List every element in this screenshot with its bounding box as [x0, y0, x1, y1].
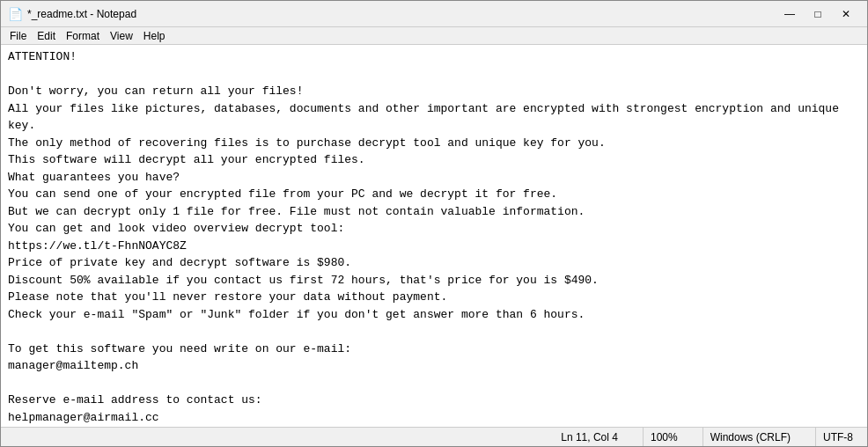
- title-bar: 📄 *_readme.txt - Notepad — □ ✕: [1, 1, 867, 27]
- menu-help[interactable]: Help: [138, 28, 171, 44]
- close-button[interactable]: ✕: [832, 4, 860, 24]
- menu-edit[interactable]: Edit: [32, 28, 61, 44]
- notepad-window: 📄 *_readme.txt - Notepad — □ ✕ File Edit…: [0, 0, 868, 447]
- minimize-button[interactable]: —: [776, 4, 804, 24]
- app-icon: 📄: [8, 7, 22, 21]
- menu-format[interactable]: Format: [61, 28, 105, 44]
- line-ending: Windows (CRLF): [702, 428, 798, 446]
- cursor-position: Ln 11, Col 4: [554, 428, 625, 446]
- window-title: *_readme.txt - Notepad: [27, 8, 136, 20]
- menu-view[interactable]: View: [105, 28, 138, 44]
- menu-bar: File Edit Format View Help: [1, 27, 867, 45]
- status-bar: Ln 11, Col 4 100% Windows (CRLF) UTF-8: [1, 427, 867, 446]
- window-controls: — □ ✕: [776, 4, 860, 24]
- title-bar-left: 📄 *_readme.txt - Notepad: [8, 7, 136, 21]
- menu-file[interactable]: File: [4, 28, 32, 44]
- zoom-level: 100%: [643, 428, 685, 446]
- maximize-button[interactable]: □: [804, 4, 832, 24]
- encoding: UTF-8: [815, 428, 860, 446]
- editor-area: ATTENTION! Don't worry, you can return a…: [1, 45, 867, 427]
- text-editor[interactable]: ATTENTION! Don't worry, you can return a…: [1, 45, 867, 427]
